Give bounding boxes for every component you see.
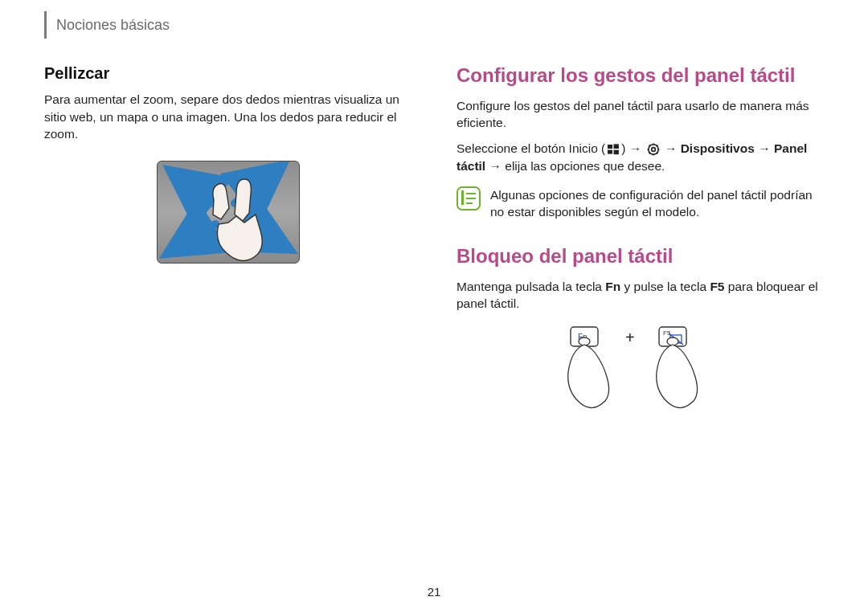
path-post: → elija las opciones que desee. [485,159,665,173]
note-text: Algunas opciones de configuración del pa… [490,186,824,221]
page-header: Nociones básicas [44,0,824,39]
path-pre: Seleccione el botón Inicio ( [457,141,605,155]
fn-key-name: Fn [605,280,620,293]
svg-point-5 [651,148,655,152]
fn-f5-illustration: Fn + F5 [457,324,824,420]
page-number: 21 [0,585,868,599]
lock-body-1: Mantenga pulsada la tecla [457,280,605,293]
lock-body-2: y pulse la tecla [620,280,710,293]
manual-page: Nociones básicas Pellizcar Para aumentar… [0,0,868,613]
header-accent [44,11,47,39]
configure-gestures-body: Configure los gestos del panel táctil pa… [457,97,824,132]
lock-touchpad-body: Mantenga pulsada la tecla Fn y pulse la … [457,278,824,313]
configure-gestures-heading: Configurar los gestos del panel táctil [457,64,824,88]
pellizcar-heading: Pellizcar [44,64,411,83]
keys-svg: Fn + F5 [548,324,733,420]
windows-start-icon [607,143,620,156]
path-arrow-3: → [755,141,774,155]
touchpad-graphic [157,161,300,264]
svg-line-12 [657,145,657,146]
note-block: Algunas opciones de configuración del pa… [457,186,824,221]
path-arrow-1: ) → [621,141,645,155]
left-column: Pellizcar Para aumentar el zoom, separe … [44,64,411,420]
svg-line-13 [649,153,649,153]
pellizcar-body: Para aumentar el zoom, separe dos dedos … [44,91,411,143]
svg-rect-2 [608,150,612,154]
svg-rect-1 [614,144,619,149]
svg-line-11 [657,153,657,153]
two-column-layout: Pellizcar Para aumentar el zoom, separe … [44,64,824,420]
settings-gear-icon [647,143,660,156]
svg-rect-0 [608,145,612,149]
plus-sign: + [625,329,635,346]
path-devices: Dispositivos [681,141,755,155]
section-title: Nociones básicas [56,17,170,34]
f5-key-name: F5 [710,280,724,293]
path-arrow-2: → [661,141,681,155]
right-column: Configurar los gestos del panel táctil C… [457,64,824,420]
lock-touchpad-heading: Bloqueo del panel táctil [457,245,824,268]
pinch-gesture-illustration [156,161,301,265]
note-icon [457,186,481,210]
svg-line-10 [649,145,649,146]
pinch-svg [158,161,301,264]
svg-rect-3 [614,150,619,155]
settings-path: Seleccione el botón Inicio () → → Dispos… [457,140,824,174]
